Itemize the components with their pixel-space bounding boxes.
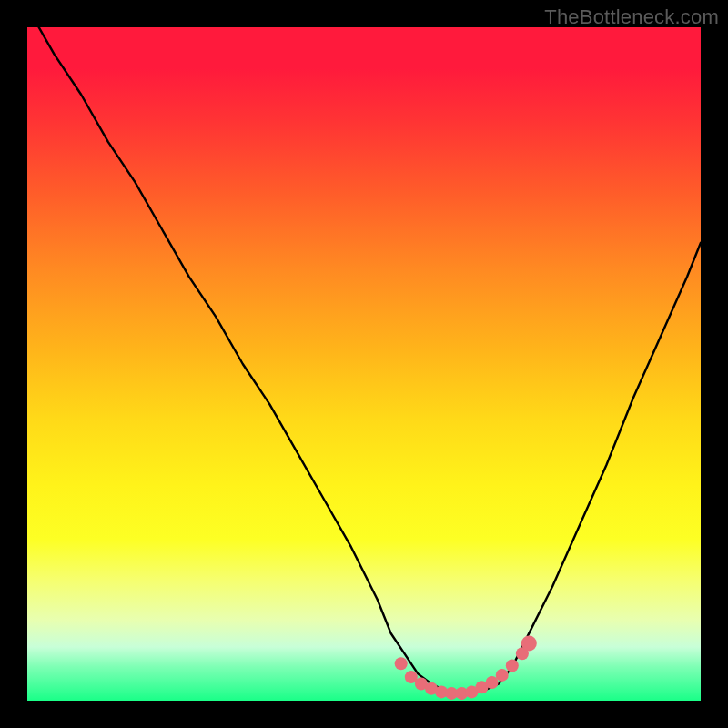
svg-point-0 [395,657,408,670]
svg-point-14 [521,636,537,652]
svg-point-11 [506,660,519,672]
watermark-text: TheBottleneck.com [544,5,719,29]
chart-frame: TheBottleneck.com [0,0,728,728]
svg-point-10 [496,669,509,682]
highlight-markers [27,27,701,701]
plot-area [27,27,701,701]
